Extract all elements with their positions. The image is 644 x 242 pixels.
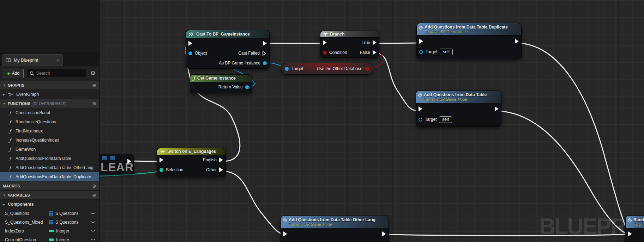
exec-out-pin[interactable]: [263, 41, 267, 46]
other-exec-pin[interactable]: [219, 167, 223, 172]
array-pin-square: [110, 156, 115, 160]
add-graph-icon[interactable]: ⊕: [92, 82, 96, 88]
target-pin[interactable]: [285, 67, 289, 71]
node-switch-languages[interactable]: Switch on E_Languages English Selection …: [157, 148, 226, 177]
english-exec-pin[interactable]: [219, 157, 223, 162]
item-label: RandomizeQuestions: [16, 119, 56, 124]
cast-failed-exec-pin[interactable]: [262, 51, 267, 56]
selection-label: Selection: [166, 167, 183, 172]
node-header[interactable]: Add Questions from Data Table Target is …: [416, 91, 501, 103]
sidebar-item-function[interactable]: ƒAddQuestionsFromDataTable: [0, 154, 99, 163]
variable-row[interactable]: IndexZero Integer: [0, 227, 99, 235]
exec-out-pin[interactable]: [515, 39, 519, 44]
section-label: FUNCTIONS: [8, 101, 30, 106]
false-exec-pin[interactable]: [373, 50, 377, 55]
add-function-icon[interactable]: ⊕: [92, 101, 96, 106]
exec-in-pin[interactable]: [283, 231, 287, 236]
sidebar-item-eventgraph[interactable]: ▶ EventGraph: [0, 90, 99, 99]
exec-out-pin[interactable]: [495, 106, 499, 111]
true-exec-pin[interactable]: [373, 40, 377, 45]
other-label: Other: [206, 167, 217, 172]
item-label: FindNextIndex: [16, 129, 43, 134]
overridable-note: (31 OVERRIDABLE): [32, 101, 66, 106]
caret-right-icon[interactable]: ▶: [3, 203, 5, 206]
tab-close-icon[interactable]: ×: [56, 58, 59, 63]
node-subtitle: Target is BP Game Mode: [289, 222, 375, 227]
node-clear-fragment[interactable]: LEAR: [100, 154, 134, 174]
node-subtitle: Targ: [633, 222, 644, 227]
tab-my-blueprint[interactable]: My Blueprint ×: [2, 54, 63, 66]
sidebar-item-function[interactable]: ƒRandomizeQuestions: [0, 117, 99, 126]
variable-row[interactable]: S_Questions_Mixed S Questions: [0, 218, 99, 227]
variable-name: S_Questions: [5, 211, 47, 216]
node-header[interactable]: Add Questions from Data Table Duplicate …: [417, 23, 521, 36]
target-label: Target: [425, 117, 437, 122]
exec-in-pin[interactable]: [628, 231, 632, 236]
node-get-game-instance[interactable]: ƒ Get Game Instance Return Value: [190, 74, 252, 93]
exec-in-pin[interactable]: [419, 106, 422, 111]
node-header[interactable]: Branch: [320, 31, 379, 38]
exec-out-pin[interactable]: [127, 159, 131, 164]
sidebar-item-function-selected[interactable]: ƒAddQuestionsFromDataTable_Duplicate: [0, 172, 99, 181]
node-add-questions-other-lang[interactable]: Add Questions from Data Table Other Lang…: [281, 216, 389, 242]
as-instance-pin[interactable]: [263, 61, 267, 65]
sidebar-item-function[interactable]: ƒAddQuestionsFromDataTable_OtherLang: [0, 163, 99, 172]
caret-right-icon[interactable]: ▶: [3, 93, 5, 96]
selection-pin[interactable]: [160, 168, 163, 172]
struct-array-icon: [49, 211, 53, 216]
target-pin[interactable]: [419, 50, 423, 54]
exec-in-pin[interactable]: [323, 40, 327, 45]
section-variables[interactable]: ▼ VARIABLES ⊕: [0, 191, 99, 200]
node-branch[interactable]: Branch True Condition False: [320, 31, 379, 58]
function-icon: ƒ: [9, 129, 13, 134]
node-randomize-fragment[interactable]: Rand Targ: [625, 216, 644, 242]
sidebar-item-function[interactable]: ƒFindNextIndex: [0, 126, 99, 136]
exec-in-pin[interactable]: [160, 157, 163, 162]
variable-row[interactable]: CurrentQuestion Integer: [0, 235, 99, 242]
sidebar-item-function[interactable]: ƒConstructionScript: [0, 108, 99, 117]
closed-eye-icon[interactable]: [90, 221, 96, 224]
node-cast-to-bp-gameinstance[interactable]: Cast To BP_GameInstance Object Cast Fail…: [186, 30, 270, 69]
sidebar-item-function[interactable]: ƒGameWon: [0, 145, 99, 154]
exec-in-pin[interactable]: [188, 41, 192, 46]
section-functions[interactable]: ▼ FUNCTIONS (31 OVERRIDABLE) ⊕: [0, 99, 99, 108]
bool-out-pin[interactable]: [365, 67, 369, 71]
section-graphs[interactable]: ▼ GRAPHS ⊕: [0, 81, 99, 90]
node-header[interactable]: Add Questions from Data Table Other Lang…: [281, 216, 389, 228]
section-macros[interactable]: MACROS ⊕: [0, 181, 99, 191]
return-value-pin[interactable]: [245, 85, 249, 89]
return-value-label: Return Value: [218, 85, 243, 89]
search-box[interactable]: [26, 69, 87, 78]
item-label: AddQuestionsFromDataTable_Duplicate: [16, 174, 91, 179]
node-add-questions-duplicate[interactable]: Add Questions from Data Table Duplicate …: [416, 23, 522, 59]
add-macro-icon[interactable]: ⊕: [92, 183, 96, 189]
node-header[interactable]: Cast To BP_GameInstance: [186, 30, 269, 38]
node-header[interactable]: ƒ Get Game Instance: [190, 75, 252, 82]
function-icon: ƒ: [9, 156, 13, 161]
variable-row[interactable]: S_Questions S Questions: [0, 209, 99, 218]
closed-eye-icon[interactable]: [90, 229, 96, 232]
node-add-questions[interactable]: Add Questions from Data Table Target is …: [416, 91, 501, 127]
target-pin[interactable]: [419, 118, 422, 122]
condition-pin[interactable]: [323, 51, 327, 55]
object-pin[interactable]: [188, 51, 192, 55]
sidebar-item-components[interactable]: ▶ Components: [0, 200, 99, 209]
node-get-use-the-other-database[interactable]: Target Use the Other Database: [281, 63, 373, 75]
node-header[interactable]: Rand Targ: [626, 216, 644, 228]
cast-failed-label: Cast Failed: [238, 51, 260, 56]
blueprint-editor: BLUEPRINT Cast To BP_GameInstance Object…: [0, 0, 644, 242]
self-value[interactable]: self: [440, 49, 453, 55]
function-icon: [283, 218, 287, 223]
self-value[interactable]: self: [439, 116, 452, 123]
add-button[interactable]: + Add: [3, 69, 24, 78]
exec-out-pin[interactable]: [382, 231, 386, 236]
closed-eye-icon[interactable]: [90, 238, 96, 241]
search-input[interactable]: [36, 71, 84, 76]
closed-eye-icon[interactable]: [90, 212, 96, 215]
node-title: Add Questions from Data Table Duplicate: [425, 25, 508, 30]
sidebar-item-function[interactable]: ƒIncreaseQuestionIndex: [0, 136, 99, 145]
node-header[interactable]: Switch on E_Languages: [157, 148, 225, 155]
exec-in-pin[interactable]: [419, 39, 423, 44]
add-variable-icon[interactable]: ⊕: [92, 192, 96, 198]
gear-icon[interactable]: ⚙: [90, 70, 96, 77]
